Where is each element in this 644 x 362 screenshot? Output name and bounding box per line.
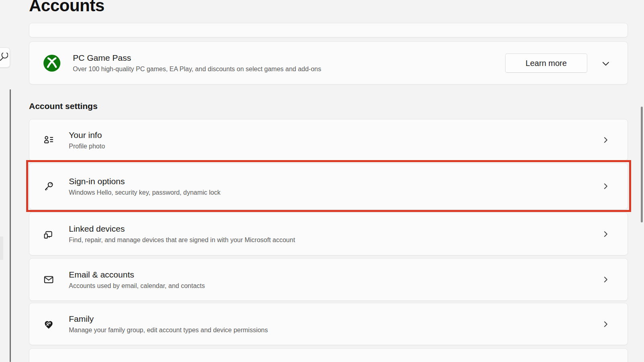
chevron-right-icon — [602, 182, 610, 190]
row-your-info[interactable]: Your info Profile photo — [29, 119, 628, 161]
row-family[interactable]: Family Manage your family group, edit ac… — [29, 303, 628, 345]
promo-title: PC Game Pass — [73, 53, 321, 63]
row-subtitle: Find, repair, and manage devices that ar… — [69, 237, 295, 244]
linked-devices-icon — [43, 228, 55, 240]
page-title: Accounts — [29, 0, 104, 14]
email-icon — [43, 274, 55, 286]
partial-card-bottom[interactable] — [29, 348, 628, 362]
section-header: Account settings — [29, 101, 97, 111]
row-subtitle: Manage your family group, edit account t… — [69, 327, 268, 334]
family-icon — [43, 318, 55, 330]
nav-selected-item-fragment — [0, 237, 3, 260]
key-icon — [43, 180, 55, 192]
promo-text: PC Game Pass Over 100 high-quality PC ga… — [73, 53, 321, 73]
row-title: Linked devices — [69, 224, 295, 234]
chevron-down-icon[interactable] — [601, 59, 611, 68]
row-text: Linked devices Find, repair, and manage … — [69, 224, 295, 244]
chevron-right-icon — [602, 136, 610, 144]
nav-scrollbar[interactable] — [10, 89, 11, 362]
row-text: Family Manage your family group, edit ac… — [69, 314, 268, 334]
row-linked-devices[interactable]: Linked devices Find, repair, and manage … — [29, 212, 628, 255]
pc-game-pass-card: PC Game Pass Over 100 high-quality PC ga… — [29, 41, 628, 84]
row-title: Family — [69, 314, 268, 324]
nav-search-box-fragment[interactable] — [0, 47, 10, 68]
settings-accounts-page: Accounts PC Game Pass Over 100 high-qual… — [0, 0, 644, 362]
row-subtitle: Windows Hello, security key, password, d… — [69, 189, 221, 196]
row-title: Sign-in options — [69, 177, 221, 186]
chevron-right-icon — [602, 230, 610, 238]
promo-subtitle: Over 100 high-quality PC games, EA Play,… — [73, 66, 321, 73]
row-text: Email & accounts Accounts used by email,… — [69, 270, 205, 290]
row-subtitle: Accounts used by email, calendar, and co… — [69, 282, 205, 290]
row-title: Email & accounts — [69, 270, 205, 280]
search-icon — [0, 53, 8, 62]
your-info-icon — [43, 134, 55, 146]
row-subtitle: Profile photo — [69, 143, 105, 150]
xbox-logo-icon — [43, 55, 60, 72]
chevron-right-icon — [602, 276, 610, 284]
row-text: Sign-in options Windows Hello, security … — [69, 177, 221, 196]
page-scrollbar-thumb[interactable] — [641, 107, 643, 222]
row-title: Your info — [69, 130, 105, 140]
learn-more-button[interactable]: Learn more — [505, 53, 587, 73]
row-email-accounts[interactable]: Email & accounts Accounts used by email,… — [29, 258, 628, 301]
partial-card-top[interactable] — [29, 23, 628, 37]
row-sign-in-options[interactable]: Sign-in options Windows Hello, security … — [29, 163, 628, 210]
chevron-right-icon — [602, 320, 610, 328]
row-text: Your info Profile photo — [69, 130, 105, 150]
